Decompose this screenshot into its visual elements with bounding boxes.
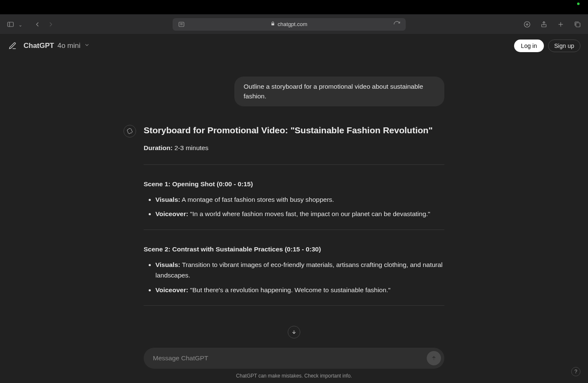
scene-heading: Scene 2: Contrast with Sustainable Pract… [144, 244, 444, 255]
composer-area [0, 348, 588, 369]
lock-icon [270, 21, 275, 27]
tabs-overview-icon[interactable] [573, 20, 582, 29]
send-button[interactable] [427, 351, 441, 365]
separator [144, 230, 444, 230]
separator [144, 305, 444, 306]
scene-list: Visuals: A montage of fast fashion store… [144, 195, 444, 220]
downloads-icon[interactable] [522, 20, 532, 29]
new-tab-icon[interactable] [556, 20, 565, 29]
list-item: Voiceover: "But there's a revolution hap… [155, 285, 444, 296]
svg-rect-10 [576, 23, 580, 27]
window-status-dot [577, 3, 580, 5]
browser-toolbar: ⌄ chatgpt.com [0, 14, 588, 34]
chevron-down-icon [84, 42, 90, 50]
disclaimer-text: ChatGPT can make mistakes. Check importa… [0, 373, 588, 379]
sidebar-toggle-icon[interactable] [6, 20, 15, 29]
signup-button[interactable]: Sign up [548, 40, 580, 52]
reader-mode-icon[interactable] [177, 20, 186, 29]
list-item: Voiceover: "In a world where fashion mov… [155, 209, 444, 219]
duration-label: Duration: [144, 144, 173, 151]
app-header: ChatGPT 4o mini Log in Sign up [0, 34, 588, 57]
scene-list: Visuals: Transition to vibrant images of… [144, 260, 444, 295]
scene-heading: Scene 1: Opening Shot (0:00 - 0:15) [144, 179, 444, 190]
url-text: chatgpt.com [278, 21, 307, 27]
nav-forward-icon[interactable] [46, 20, 55, 29]
assistant-message-row: Storyboard for Promotional Video: "Susta… [144, 123, 444, 320]
user-message-row: Outline a storyboard for a promotional v… [144, 77, 444, 106]
user-message-bubble: Outline a storyboard for a promotional v… [234, 77, 444, 106]
conversation-area: Outline a storyboard for a promotional v… [0, 60, 588, 341]
mac-titlebar [0, 0, 588, 14]
separator [144, 164, 444, 165]
model-suffix: 4o mini [58, 42, 81, 50]
scroll-to-bottom-button[interactable] [288, 326, 300, 338]
svg-rect-0 [8, 22, 13, 26]
duration-value: 2-3 minutes [173, 144, 208, 151]
login-button[interactable]: Log in [514, 40, 543, 52]
assistant-content: Storyboard for Promotional Video: "Susta… [144, 123, 444, 320]
model-switcher[interactable]: ChatGPT 4o mini [24, 42, 90, 50]
list-item: Visuals: Transition to vibrant images of… [155, 260, 444, 281]
response-title: Storyboard for Promotional Video: "Susta… [144, 123, 444, 137]
svg-rect-2 [179, 22, 184, 26]
message-input[interactable] [153, 354, 427, 362]
brand-label: ChatGPT [24, 42, 54, 50]
address-bar[interactable]: chatgpt.com [173, 18, 406, 31]
share-icon[interactable] [539, 20, 549, 29]
composer[interactable] [144, 348, 444, 369]
help-button[interactable]: ? [571, 367, 580, 376]
assistant-avatar-icon [123, 125, 136, 137]
page-body: ChatGPT 4o mini Log in Sign up Outline a… [0, 34, 588, 383]
list-item: Visuals: A montage of fast fashion store… [155, 195, 444, 205]
new-chat-icon[interactable] [8, 41, 18, 51]
duration-line: Duration: 2-3 minutes [144, 143, 444, 153]
nav-back-icon[interactable] [33, 20, 42, 29]
reload-icon[interactable] [392, 20, 402, 29]
sidebar-menu-chevron-icon[interactable]: ⌄ [18, 22, 23, 28]
